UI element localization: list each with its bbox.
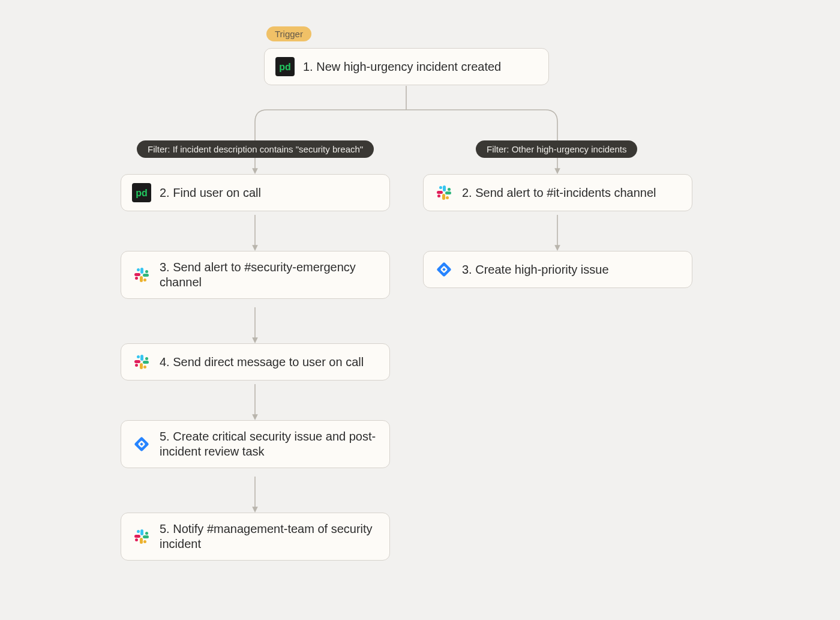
slack-icon [132, 352, 151, 372]
left-step-card-2[interactable]: 3. Send alert to #security-emergency cha… [121, 251, 390, 299]
trigger-label: Trigger [275, 29, 303, 39]
svg-rect-24 [143, 535, 149, 538]
filter-badge-left: Filter: If incident description contains… [137, 140, 374, 158]
svg-text:pd: pd [136, 188, 148, 198]
right-step-card-2[interactable]: 3. Create high-priority issue [423, 251, 692, 288]
left-step-card-1[interactable]: pd 2. Find user on call [121, 174, 390, 211]
svg-point-10 [143, 278, 146, 281]
svg-point-37 [446, 196, 449, 199]
svg-point-38 [437, 194, 440, 197]
root-step-card[interactable]: pd 1. New high-urgency incident created [264, 48, 549, 85]
right-step-2-label: 3. Create high-priority issue [462, 262, 609, 277]
workflow-canvas: Trigger pd 1. New high-urgency incident … [12, 12, 828, 608]
jira-icon [434, 260, 454, 279]
svg-rect-25 [140, 538, 143, 544]
slack-icon [434, 183, 454, 202]
svg-rect-31 [443, 185, 446, 191]
svg-point-8 [137, 268, 140, 271]
left-step-2-label: 3. Send alert to #security-emergency cha… [160, 260, 379, 290]
left-step-card-3[interactable]: 4. Send direct message to user on call [121, 343, 390, 381]
left-step-4-label: 5. Create critical security issue and po… [160, 429, 379, 459]
svg-point-18 [143, 366, 146, 369]
svg-point-35 [439, 186, 442, 189]
svg-rect-12 [140, 355, 143, 361]
slack-icon [132, 527, 151, 546]
svg-point-17 [145, 357, 148, 360]
root-step-label: 1. New high-urgency incident created [303, 59, 501, 74]
svg-point-36 [448, 188, 451, 191]
filter-badge-right: Filter: Other high-urgency incidents [476, 140, 637, 158]
left-step-card-4[interactable]: 5. Create critical security issue and po… [121, 420, 390, 468]
svg-rect-14 [140, 363, 143, 369]
svg-point-11 [135, 277, 138, 280]
svg-rect-5 [143, 274, 149, 277]
svg-rect-33 [442, 194, 445, 200]
svg-point-19 [135, 364, 138, 367]
svg-rect-34 [437, 191, 443, 194]
left-step-5-label: 5. Notify #management-team of security i… [160, 522, 379, 552]
left-step-card-5[interactable]: 5. Notify #management-team of security i… [121, 513, 390, 561]
left-step-1-label: 2. Find user on call [160, 185, 261, 200]
svg-rect-6 [140, 276, 143, 282]
filter-right-label: Filter: Other high-urgency incidents [487, 144, 626, 154]
svg-point-27 [137, 530, 140, 533]
pagerduty-icon: pd [275, 57, 295, 76]
svg-rect-15 [134, 360, 140, 363]
pagerduty-icon: pd [132, 183, 151, 202]
svg-rect-4 [140, 268, 143, 274]
svg-rect-23 [140, 529, 143, 535]
svg-text:pd: pd [279, 62, 291, 72]
svg-rect-32 [445, 191, 451, 194]
right-step-1-label: 2. Send alert to #it-incidents channel [462, 185, 656, 200]
right-step-card-1[interactable]: 2. Send alert to #it-incidents channel [423, 174, 692, 211]
svg-rect-26 [134, 535, 140, 538]
svg-point-9 [145, 270, 148, 273]
slack-icon [132, 265, 151, 284]
svg-point-30 [135, 538, 138, 541]
jira-icon [132, 435, 151, 454]
trigger-badge: Trigger [266, 26, 311, 41]
svg-point-29 [143, 540, 146, 543]
left-step-3-label: 4. Send direct message to user on call [160, 355, 364, 370]
svg-rect-7 [134, 273, 140, 276]
svg-point-28 [145, 532, 148, 535]
filter-left-label: Filter: If incident description contains… [148, 144, 363, 154]
svg-point-16 [137, 355, 140, 358]
svg-rect-13 [143, 361, 149, 364]
